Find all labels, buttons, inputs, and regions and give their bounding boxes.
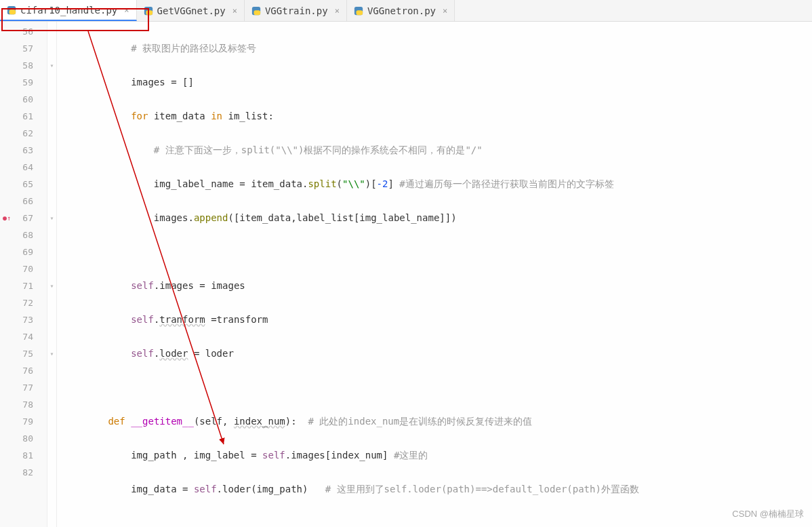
- python-file-icon: [7, 5, 16, 15]
- python-file-icon: [144, 6, 153, 16]
- line-number: 61: [0, 108, 43, 125]
- close-icon[interactable]: ×: [443, 6, 447, 16]
- code-editor[interactable]: 565758596061626364656667●↑68697071727374…: [0, 22, 812, 527]
- close-icon[interactable]: ×: [232, 6, 237, 16]
- line-number: 69: [0, 243, 43, 260]
- tab-label: VGGnetron.py: [367, 5, 436, 16]
- line-number: 75: [0, 345, 43, 362]
- tab-getvggnet[interactable]: GetVGGnet.py ×: [137, 0, 245, 21]
- tab-vggnetron[interactable]: VGGnetron.py ×: [347, 0, 455, 21]
- tab-vggtrain[interactable]: VGGtrain.py ×: [245, 0, 347, 21]
- line-number: 58: [0, 57, 43, 74]
- fold-handle[interactable]: [47, 74, 56, 91]
- fold-handle[interactable]: [47, 311, 56, 328]
- line-number: 67●↑: [0, 210, 43, 227]
- line-number: 65: [0, 176, 43, 193]
- line-number: 71: [0, 277, 43, 294]
- fold-handle[interactable]: [47, 379, 56, 396]
- python-file-icon: [251, 6, 261, 16]
- fold-handle[interactable]: [47, 159, 56, 176]
- line-number: 81: [0, 447, 43, 464]
- svg-rect-7: [356, 10, 363, 15]
- fold-handle[interactable]: [47, 193, 56, 210]
- fold-handle[interactable]: [47, 413, 56, 430]
- fold-handle[interactable]: ▾: [47, 277, 56, 294]
- fold-column: ▾ ▾ ▾ ▾: [47, 22, 57, 527]
- fold-handle[interactable]: [47, 243, 56, 260]
- fold-handle[interactable]: [47, 294, 56, 311]
- line-number: 77: [0, 379, 43, 396]
- line-number: 80: [0, 430, 43, 447]
- fold-handle[interactable]: [47, 227, 56, 243]
- fold-handle[interactable]: [47, 142, 56, 159]
- fold-handle[interactable]: [47, 447, 56, 464]
- line-number: 56: [0, 23, 43, 40]
- line-number-gutter: 565758596061626364656667●↑68697071727374…: [0, 22, 47, 527]
- line-number: 82: [0, 464, 43, 481]
- line-number: 79: [0, 413, 43, 430]
- line-number: 68: [0, 227, 43, 243]
- line-number: 64: [0, 159, 43, 176]
- svg-rect-3: [146, 10, 153, 15]
- line-number: 76: [0, 362, 43, 379]
- fold-handle[interactable]: [47, 176, 56, 193]
- fold-handle[interactable]: [47, 396, 56, 413]
- line-number: 66: [0, 193, 43, 210]
- line-number: 70: [0, 260, 43, 277]
- line-number: 62: [0, 125, 43, 142]
- fold-handle[interactable]: [47, 328, 56, 345]
- fold-handle[interactable]: [47, 40, 56, 57]
- svg-rect-5: [253, 10, 260, 15]
- fold-handle[interactable]: [47, 260, 56, 277]
- comment: # 获取图片的路径以及标签号: [131, 43, 256, 54]
- line-number: 72: [0, 294, 43, 311]
- editor-tabs: cifar10_handle.py × GetVGGnet.py × VGGtr…: [0, 0, 812, 22]
- fold-handle[interactable]: [47, 464, 56, 481]
- fold-handle[interactable]: [47, 23, 56, 40]
- close-icon[interactable]: ×: [124, 5, 129, 15]
- line-number: 78: [0, 396, 43, 413]
- close-icon[interactable]: ×: [335, 6, 340, 16]
- python-file-icon: [354, 6, 363, 16]
- fold-handle[interactable]: [47, 362, 56, 379]
- fold-handle[interactable]: ▾: [47, 345, 56, 362]
- line-number: 73: [0, 311, 43, 328]
- breakpoint-icon[interactable]: ●↑: [3, 210, 11, 227]
- fold-handle[interactable]: ▾: [47, 210, 56, 227]
- fold-handle[interactable]: [47, 125, 56, 142]
- fold-handle[interactable]: [47, 430, 56, 447]
- fold-handle[interactable]: [47, 108, 56, 125]
- code-area[interactable]: # 获取图片的路径以及标签号 images = [] for item_data…: [57, 22, 812, 527]
- svg-rect-1: [9, 9, 16, 14]
- line-number: 57: [0, 40, 43, 57]
- tab-label: cifar10_handle.py: [20, 5, 117, 16]
- tab-label: GetVGGnet.py: [157, 5, 226, 16]
- tab-label: VGGtrain.py: [265, 5, 328, 16]
- tab-cifar10-handle[interactable]: cifar10_handle.py ×: [0, 0, 137, 21]
- line-number: 59: [0, 74, 43, 91]
- line-number: 63: [0, 142, 43, 159]
- line-number: 74: [0, 328, 43, 345]
- comment: # 注意下面这一步，split("\\")根据不同的操作系统会不相同，有的是"/…: [154, 144, 483, 155]
- watermark: CSDN @楠楠星球: [732, 508, 804, 520]
- fold-handle[interactable]: [47, 91, 56, 108]
- line-number: 60: [0, 91, 43, 108]
- fold-handle[interactable]: ▾: [47, 57, 56, 74]
